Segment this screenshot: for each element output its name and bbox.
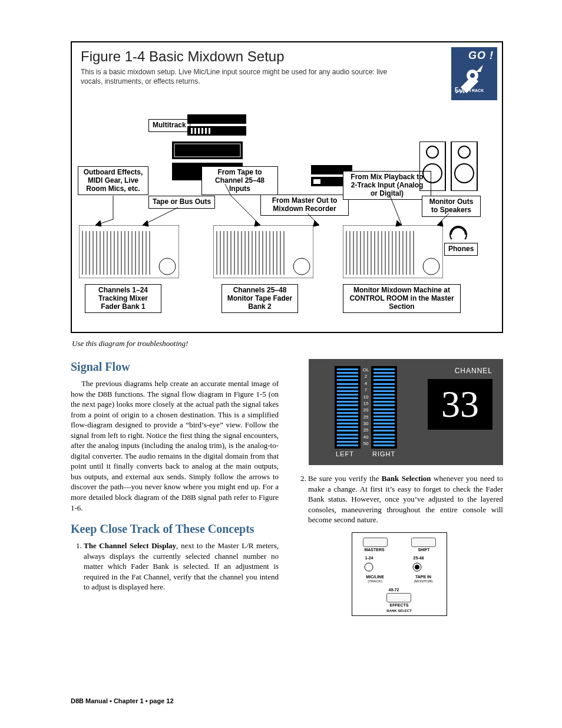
- svg-marker-92: [313, 220, 319, 226]
- masters-label: MASTERS: [364, 547, 385, 552]
- svg-point-95: [365, 563, 373, 571]
- effects-button-icon: [386, 593, 411, 602]
- svg-rect-23: [79, 225, 179, 278]
- label-tape-bus: Tape or Bus Outs: [148, 196, 215, 209]
- tape2-label: (MONITOR): [409, 579, 438, 584]
- svg-point-22: [450, 226, 467, 239]
- bank-select-label: BANK SELECT: [382, 608, 417, 613]
- channel-word: CHANNEL: [455, 366, 492, 375]
- svg-rect-67: [343, 225, 443, 278]
- shift-button-icon: [411, 538, 436, 547]
- fast-track-badge: GO ! Fast Track: [451, 47, 497, 100]
- bank-select-diagram: MASTERS SHIFT 1-24 25-48 MIC/LINE (TRACK…: [352, 532, 447, 616]
- svg-rect-45: [213, 225, 313, 278]
- label-monitor-outs: Monitor Outs to Speakers: [422, 196, 481, 217]
- svg-rect-4: [191, 128, 193, 134]
- masters-button-icon: [363, 538, 388, 547]
- label-from-tape: From Tape to Channel 25–48 Inputs: [201, 166, 278, 195]
- concept-item-2: Be sure you verify the Bank Selection wh…: [308, 473, 503, 525]
- figure-caption: Use this diagram for troubleshooting!: [72, 339, 503, 348]
- item2-bold: Bank Selection: [382, 474, 431, 483]
- meter-left: [335, 366, 361, 449]
- meter-right-label: RIGHT: [372, 450, 395, 459]
- label-ch1: Channels 1–24 Tracking Mixer Fader Bank …: [85, 284, 161, 313]
- speakers-icon: [419, 141, 478, 191]
- figure-intro: This is a basic mixdown setup. Live Mic/…: [81, 67, 411, 86]
- mixer-bank1-icon: [79, 225, 179, 278]
- heading-keep-close: Keep Close Track of These Concepts: [71, 521, 279, 537]
- label-monmix: Monitor Mixdown Machine at CONTROL ROOM …: [343, 284, 461, 313]
- item1-bold: The Channel Select Display: [84, 541, 176, 550]
- svg-point-1: [470, 73, 475, 78]
- mixer-master-icon: [343, 225, 443, 278]
- svg-point-17: [427, 146, 438, 158]
- fast-track-label: Fast Track: [455, 87, 484, 93]
- svg-rect-15: [313, 179, 320, 184]
- page-footer: D8B Manual • Chapter 1 • page 12: [71, 697, 174, 704]
- svg-rect-9: [209, 128, 210, 134]
- svg-point-20: [458, 146, 470, 158]
- svg-rect-2: [187, 114, 246, 124]
- channel-meter-panel: OL2471015202530354050 LEFT RIGHT CHANNEL…: [309, 359, 503, 465]
- shift-label: SHIFT: [414, 547, 435, 552]
- heading-signal-flow: Signal Flow: [71, 359, 279, 375]
- signal-flow-body: The previous diagrams help create an acc…: [71, 378, 279, 513]
- b1-label: 1-24: [365, 555, 373, 561]
- label-phones: Phones: [444, 243, 478, 256]
- channel-number-display: 33: [428, 379, 492, 430]
- headphones-icon: [447, 219, 470, 239]
- figure-title: Figure 1-4 Basic Mixdown Setup: [81, 48, 493, 65]
- radio-off-icon: [363, 561, 375, 573]
- svg-rect-6: [198, 128, 200, 134]
- b3-label: 49-72: [389, 587, 399, 592]
- item2-pre: Be sure you verify the: [308, 474, 382, 483]
- svg-point-21: [455, 164, 474, 183]
- label-multitrack: Multitrack: [148, 119, 190, 132]
- multitrack-icon: [187, 114, 246, 136]
- meter-scale: OL2471015202530354050: [361, 366, 371, 449]
- svg-rect-7: [201, 128, 203, 134]
- svg-rect-8: [205, 128, 207, 134]
- meter-left-label: LEFT: [336, 450, 354, 459]
- label-from-mix: From Mix Playback to 2-Track Input (Anal…: [343, 171, 431, 200]
- svg-point-97: [415, 565, 419, 569]
- b2-label: 25-48: [414, 555, 424, 561]
- svg-rect-16: [419, 141, 445, 191]
- figure-box: Figure 1-4 Basic Mixdown Setup This is a…: [71, 41, 503, 333]
- svg-point-18: [423, 164, 442, 183]
- mic2-label: (TRACK): [361, 579, 390, 584]
- radio-on-icon: [411, 561, 423, 573]
- svg-rect-5: [194, 128, 196, 134]
- label-ch25: Channels 25–48 Monitor Tape Fader Bank 2: [222, 284, 298, 313]
- label-outboard: Outboard Effects, MIDI Gear, Live Room M…: [78, 166, 148, 195]
- effects-label: EFFECTS: [388, 602, 411, 608]
- label-from-master: From Master Out to Mixdown Recorder: [260, 195, 349, 216]
- meter-right: [371, 366, 397, 449]
- svg-rect-19: [451, 141, 477, 191]
- mixer-bank2-icon: [213, 225, 313, 278]
- concept-item-1: The Channel Select Display, next to the …: [84, 541, 279, 592]
